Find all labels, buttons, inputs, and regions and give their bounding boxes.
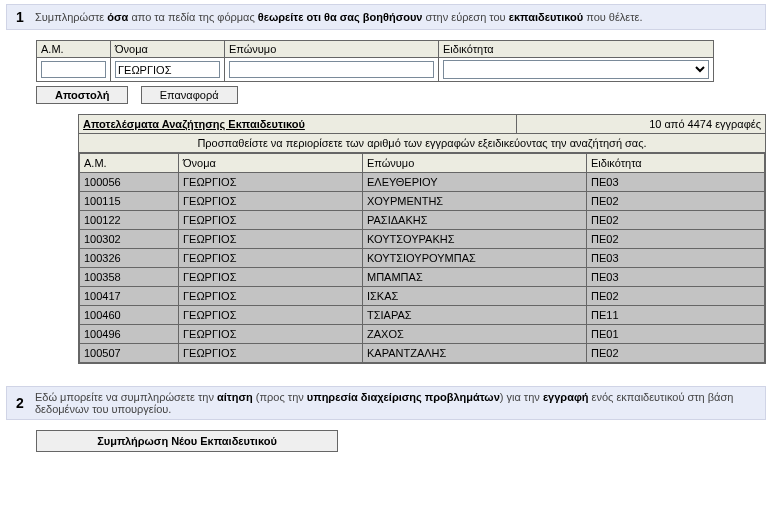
header-am: A.M. <box>37 41 111 58</box>
cell-surname: ΚΟΥΤΣΙΟΥΡΟΥΜΠΑΣ <box>363 249 587 268</box>
new-teacher-button[interactable]: Συμπλήρωση Νέου Εκπαιδευτικού <box>36 430 338 452</box>
cell-spec: ΠΕ03 <box>587 268 765 287</box>
am-input[interactable] <box>41 61 106 78</box>
cell-name: ΓΕΩΡΓΙΟΣ <box>179 306 363 325</box>
step1-number: 1 <box>13 9 27 25</box>
cell-am: 100358 <box>80 268 179 287</box>
name-input[interactable] <box>115 61 220 78</box>
cell-spec: ΠΕ03 <box>587 173 765 192</box>
reset-button[interactable]: Επαναφορά <box>141 86 238 104</box>
results-table: A.M. Όνομα Επώνυμο Ειδικότητα 100056ΓΕΩΡ… <box>79 153 765 363</box>
cell-name: ΓΕΩΡΓΙΟΣ <box>179 268 363 287</box>
results-hint: Προσπαθείστε να περιορίσετε των αριθμό τ… <box>79 134 765 153</box>
step2-text: Εδώ μπορείτε να συμπληρώσετε την αίτηση … <box>35 391 759 415</box>
cell-name: ΓΕΩΡΓΙΟΣ <box>179 211 363 230</box>
header-surname: Επώνυμο <box>225 41 439 58</box>
cell-surname: ΖΑΧΟΣ <box>363 325 587 344</box>
cell-surname: ΙΣΚΑΣ <box>363 287 587 306</box>
cell-name: ΓΕΩΡΓΙΟΣ <box>179 173 363 192</box>
cell-am: 100417 <box>80 287 179 306</box>
cell-name: ΓΕΩΡΓΙΟΣ <box>179 192 363 211</box>
cell-spec: ΠΕ02 <box>587 211 765 230</box>
cell-name: ΓΕΩΡΓΙΟΣ <box>179 344 363 363</box>
surname-input[interactable] <box>229 61 434 78</box>
table-row[interactable]: 100122ΓΕΩΡΓΙΟΣΡΑΣΙΔΑΚΗΣΠΕ02 <box>80 211 765 230</box>
cell-name: ΓΕΩΡΓΙΟΣ <box>179 287 363 306</box>
cell-spec: ΠΕ11 <box>587 306 765 325</box>
cell-am: 100302 <box>80 230 179 249</box>
cell-am: 100496 <box>80 325 179 344</box>
cell-am: 100115 <box>80 192 179 211</box>
header-name: Όνομα <box>111 41 225 58</box>
cell-spec: ΠΕ02 <box>587 344 765 363</box>
cell-spec: ΠΕ02 <box>587 230 765 249</box>
search-fields-table: A.M. Όνομα Επώνυμο Ειδικότητα <box>36 40 714 82</box>
col-header-am: A.M. <box>80 154 179 173</box>
cell-am: 100326 <box>80 249 179 268</box>
cell-am: 100056 <box>80 173 179 192</box>
cell-surname: ΡΑΣΙΔΑΚΗΣ <box>363 211 587 230</box>
cell-spec: ΠΕ02 <box>587 192 765 211</box>
cell-spec: ΠΕ03 <box>587 249 765 268</box>
table-row[interactable]: 100358ΓΕΩΡΓΙΟΣΜΠΑΜΠΑΣΠΕ03 <box>80 268 765 287</box>
header-specialty: Ειδικότητα <box>439 41 714 58</box>
table-row[interactable]: 100460ΓΕΩΡΓΙΟΣΤΣΙΑΡΑΣΠΕ11 <box>80 306 765 325</box>
step2-number: 2 <box>13 395 27 411</box>
table-row[interactable]: 100056ΓΕΩΡΓΙΟΣΕΛΕΥΘΕΡΙΟΥΠΕ03 <box>80 173 765 192</box>
col-header-name: Όνομα <box>179 154 363 173</box>
cell-spec: ΠΕ02 <box>587 287 765 306</box>
table-row[interactable]: 100496ΓΕΩΡΓΙΟΣΖΑΧΟΣΠΕ01 <box>80 325 765 344</box>
cell-name: ΓΕΩΡΓΙΟΣ <box>179 325 363 344</box>
table-row[interactable]: 100115ΓΕΩΡΓΙΟΣΧΟΥΡΜΕΝΤΗΣΠΕ02 <box>80 192 765 211</box>
results-panel: Αποτελέσματα Αναζήτησης Εκπαιδευτικού 10… <box>78 114 766 364</box>
specialty-select[interactable] <box>443 60 709 79</box>
submit-button[interactable]: Αποστολή <box>36 86 128 104</box>
cell-surname: ΤΣΙΑΡΑΣ <box>363 306 587 325</box>
cell-am: 100507 <box>80 344 179 363</box>
cell-surname: ΧΟΥΡΜΕΝΤΗΣ <box>363 192 587 211</box>
table-row[interactable]: 100417ΓΕΩΡΓΙΟΣΙΣΚΑΣΠΕ02 <box>80 287 765 306</box>
cell-name: ΓΕΩΡΓΙΟΣ <box>179 230 363 249</box>
table-row[interactable]: 100507ΓΕΩΡΓΙΟΣΚΑΡΑΝΤΖΑΛΗΣΠΕ02 <box>80 344 765 363</box>
results-title: Αποτελέσματα Αναζήτησης Εκπαιδευτικού <box>79 115 517 134</box>
table-row[interactable]: 100302ΓΕΩΡΓΙΟΣΚΟΥΤΣΟΥΡΑΚΗΣΠΕ02 <box>80 230 765 249</box>
step1-instruction: 1 Συμπληρώστε όσα απο τα πεδία της φόρμα… <box>6 4 766 30</box>
results-count: 10 από 4474 εγγραφές <box>517 115 765 134</box>
col-header-surname: Επώνυμο <box>363 154 587 173</box>
step1-text: Συμπληρώστε όσα απο τα πεδία της φόρμας … <box>35 11 643 23</box>
cell-am: 100460 <box>80 306 179 325</box>
cell-surname: ΜΠΑΜΠΑΣ <box>363 268 587 287</box>
cell-surname: ΚΟΥΤΣΟΥΡΑΚΗΣ <box>363 230 587 249</box>
cell-surname: ΚΑΡΑΝΤΖΑΛΗΣ <box>363 344 587 363</box>
search-form: A.M. Όνομα Επώνυμο Ειδικότητα Αποστολή Ε… <box>36 40 766 104</box>
cell-am: 100122 <box>80 211 179 230</box>
table-row[interactable]: 100326ΓΕΩΡΓΙΟΣΚΟΥΤΣΙΟΥΡΟΥΜΠΑΣΠΕ03 <box>80 249 765 268</box>
step2-instruction: 2 Εδώ μπορείτε να συμπληρώσετε την αίτησ… <box>6 386 766 420</box>
col-header-specialty: Ειδικότητα <box>587 154 765 173</box>
cell-name: ΓΕΩΡΓΙΟΣ <box>179 249 363 268</box>
cell-surname: ΕΛΕΥΘΕΡΙΟΥ <box>363 173 587 192</box>
cell-spec: ΠΕ01 <box>587 325 765 344</box>
